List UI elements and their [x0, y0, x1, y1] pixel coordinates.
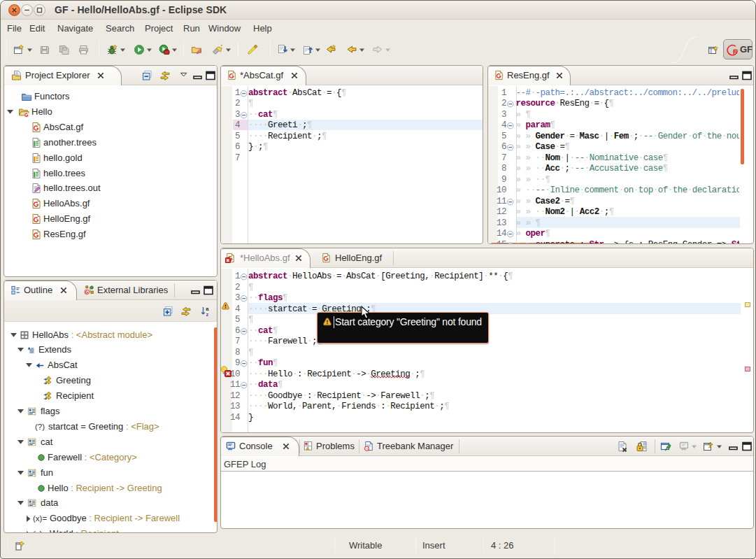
svg-text:z: z [206, 311, 208, 318]
